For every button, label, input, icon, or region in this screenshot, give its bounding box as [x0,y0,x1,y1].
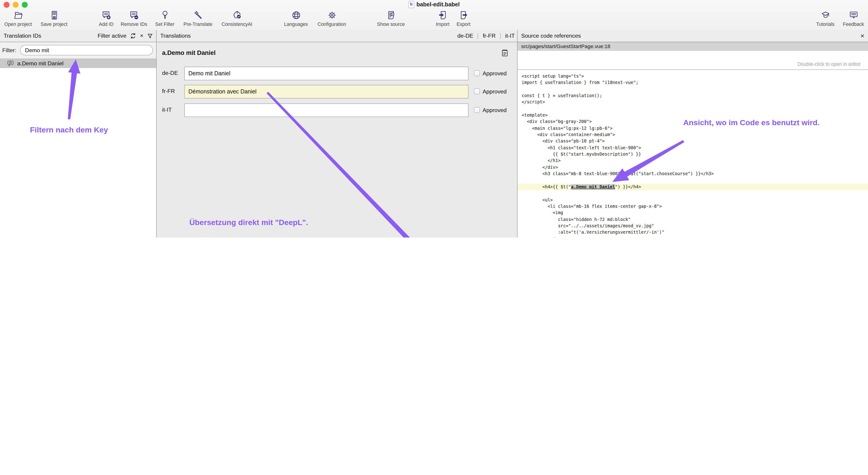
message-bubble-icon [7,60,14,67]
code-line: src="../../assets/images/mood_vv.jpg" [522,223,868,229]
window-title-group: b babel-edit.babel [408,1,460,8]
close-source-refs-icon[interactable]: × [860,30,864,41]
add-id-icon [101,10,112,21]
source-file-row[interactable]: src/pages/start/GuestStartPage.vue:18 [518,42,868,51]
feedback-bubble-icon [848,10,859,21]
translations-title: Translations [160,30,191,42]
funnel-icon [160,10,170,21]
notes-icon[interactable] [502,49,508,57]
lang-label-fr-FR: fr-FR [162,88,175,94]
floppy-disk-icon [49,10,59,21]
code-line: </h1> [522,158,868,164]
open-in-editor-hint: Double-click to open in editor [518,61,861,67]
code-line: /> [522,236,868,238]
approved-label-de-DE: Approved [483,70,507,76]
code-line: <div class="pb-10 pt-4"> [522,138,868,145]
translation-id-item-selected[interactable]: a.Demo mit Daniel [0,59,156,68]
code-line: {{ $t("start.myvbvDescription") }} [522,151,868,158]
code-listing: <script setup lang="ts">import { useTran… [518,70,868,238]
folder-open-icon [13,10,23,21]
tab-de-DE[interactable]: de-DE [457,33,474,39]
minimize-button[interactable] [13,2,19,8]
magic-wand-icon [193,10,203,21]
graduation-cap-icon [820,10,831,21]
translation-id-list: a.Demo mit Daniel [0,59,156,238]
translation-id-label: a.Demo mit Daniel [17,59,64,68]
export-icon [458,10,469,21]
lang-label-de-DE: de-DE [162,70,178,76]
filter-funnel-icon[interactable] [147,33,153,39]
approved-checkbox-it-IT[interactable] [474,107,480,113]
code-line: <h1 class="text-left text-blue-900"> [522,145,868,151]
approved-label-fr-FR: Approved [483,88,507,95]
translations-editor: a.Demo mit Daniel de-DE Approved fr-FR A… [157,42,517,238]
code-line: </script> [522,99,868,106]
export-button[interactable]: Export [442,10,485,27]
code-line: class="hidden h-72 md:block" [522,216,868,223]
tab-separator [500,33,500,39]
source-refs-title: Source code references [521,30,581,42]
save-project-button[interactable]: Save project [32,10,76,27]
translations-header: Translations de-DE fr-FR it-IT [157,30,517,42]
gear-icon [327,10,337,21]
window-title: babel-edit.babel [416,1,460,8]
pre-translate-button[interactable]: Pre-Translate [176,10,220,27]
remove-id-icon [129,10,139,21]
approved-label-it-IT: Approved [483,107,507,113]
annotation-deepl-note: Übersetzung direkt mit "DeepL". [189,218,308,227]
approved-checkbox-fr-FR[interactable] [474,89,480,94]
zoom-button[interactable] [22,2,28,8]
source-eye-icon [386,10,396,21]
code-line [522,86,868,93]
code-line: <div class="container-medium"> [522,132,868,138]
lang-label-it-IT: it-IT [162,107,172,113]
source-file-path: src/pages/start/GuestStartPage.vue:18 [521,42,610,51]
translation-input-de-DE[interactable] [184,67,468,80]
tab-separator [478,33,478,39]
code-line: <script setup lang="ts"> [522,73,868,80]
code-line: <h3 class="mb-8 text-blue-900">{{ $t("st… [522,171,868,177]
code-line: import { useTranslation } from "i18next-… [522,80,868,86]
consistency-ai-button[interactable]: ConsistencyAI [215,10,259,27]
code-line: <li class="mb-16 flex items-center gap-x… [522,203,868,210]
translation-key-title: a.Demo mit Daniel [162,49,216,56]
title-toolbar: b babel-edit.babel Open project Save pro… [0,0,868,30]
configuration-button[interactable]: Configuration [310,10,354,27]
filter-label: Filter: [2,42,17,59]
babel-file-icon: b [408,1,414,8]
tab-it-IT[interactable]: it-IT [505,33,515,39]
globe-icon [291,10,301,21]
feedback-button[interactable]: Feedback [832,10,868,27]
translation-input-fr-FR[interactable] [184,85,468,98]
code-line [522,177,868,184]
code-line: <template> [522,112,868,118]
brain-check-icon [232,10,242,21]
translation-ids-title: Translation IDs [4,30,41,42]
code-line: </div> [522,164,868,171]
close-button[interactable] [4,2,9,8]
refresh-icon[interactable] [130,33,136,39]
code-line: <h4>{{ $t("a.Demo mit Daniel") }}</h4> [518,184,868,190]
code-line [522,105,868,112]
filter-input[interactable] [20,45,153,55]
annotation-code-note: Ansicht, wo im Code es benutzt wird. [683,118,820,128]
translation-ids-header: Translation IDs Filter active × [0,30,156,42]
code-line [522,190,868,197]
code-line: const { t } = useTranslation(); [522,93,868,99]
tab-fr-FR[interactable]: fr-FR [482,33,496,39]
annotation-filter-note: Filtern nach dem Key [30,126,108,135]
filter-row: Filter: [0,42,156,59]
clear-filter-icon[interactable]: × [140,33,144,39]
show-source-button[interactable]: Show source [369,10,413,27]
code-line: <ul> [522,197,868,203]
translation-input-it-IT[interactable] [184,103,468,117]
source-refs-header: Source code references × [518,30,868,42]
approved-checkbox-de-DE[interactable] [474,70,480,76]
code-line: :alt="t('a.Versicherungsvermittler/-in')… [522,229,868,236]
code-line: <img [522,210,868,216]
filter-active-label: Filter active [98,33,126,39]
window-controls [4,2,28,8]
app-window: b babel-edit.babel Open project Save pro… [0,0,868,238]
highlighted-translation-key: a.Demo mit Daniel [571,184,615,189]
